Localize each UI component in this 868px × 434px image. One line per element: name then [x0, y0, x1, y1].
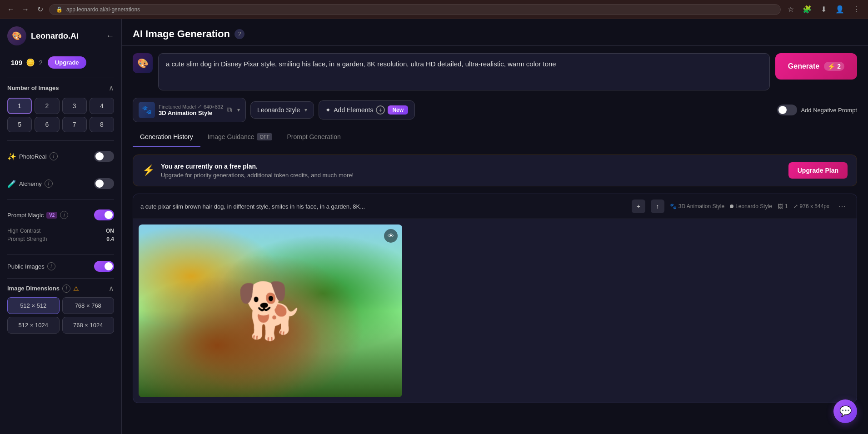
public-images-toggle[interactable] [94, 261, 114, 272]
warning-icon: ⚠ [73, 285, 79, 292]
alchemy-toggle[interactable] [94, 178, 114, 189]
number-of-images-collapse[interactable]: ∧ [109, 84, 114, 92]
model-dropdown-icon: ▾ [237, 107, 240, 113]
high-contrast-row: High Contrast ON [7, 228, 114, 234]
generation-image-1[interactable]: 🐕 👁 [139, 224, 402, 397]
image-count-5[interactable]: 5 [7, 117, 32, 132]
chat-fab-icon: 💬 [839, 405, 852, 417]
style-label: Leonardo Style [257, 106, 300, 114]
image-count-3[interactable]: 3 [62, 98, 87, 114]
number-of-images-section: Number of Images ∧ 1 2 3 4 5 6 7 8 [0, 80, 121, 139]
sparkle-icon: ✦ [325, 106, 331, 114]
address-bar[interactable]: 🔒 app.leonardo.ai/ai-generations [49, 4, 781, 15]
download-icon[interactable]: ⬇ [817, 3, 830, 16]
image-dimensions-title: Image Dimensions [7, 285, 60, 292]
image-count-grid: 1 2 3 4 [7, 98, 114, 114]
photoreal-text: PhotoReal [19, 153, 47, 160]
free-plan-banner: ⚡ You are currently on a free plan. Upgr… [133, 155, 857, 186]
app-layout: 🎨 Leonardo.Ai ← 109 🪙 ? Upgrade Number o… [0, 19, 868, 434]
bookmark-icon[interactable]: ☆ [784, 3, 797, 16]
image-dimensions-collapse[interactable]: ∧ [109, 284, 114, 293]
image-dimensions-section: Image Dimensions i ⚠ ∧ 512 × 512 768 × 7… [0, 280, 121, 337]
generation-style-name: Leonardo Style [735, 203, 772, 210]
image-dimensions-header: Image Dimensions i ⚠ ∧ [7, 284, 114, 293]
main-header: AI Image Generation ? [122, 19, 868, 46]
image-count-8[interactable]: 8 [90, 117, 114, 132]
generation-more-button[interactable]: ⋯ [835, 200, 849, 213]
image-dimensions-help[interactable]: i [62, 284, 70, 293]
extensions-icon[interactable]: 🧩 [801, 3, 813, 16]
chat-fab-button[interactable]: 💬 [833, 399, 857, 423]
prompt-input[interactable]: a cute slim dog in Disney Pixar style, s… [166, 59, 762, 83]
add-elements-button[interactable]: ✦ Add Elements + New [319, 100, 415, 120]
alchemy-text: Alchemy [19, 180, 42, 187]
browser-chrome: ← → ↻ 🔒 app.leonardo.ai/ai-generations ☆… [0, 0, 868, 19]
upgrade-plan-button[interactable]: Upgrade Plan [788, 162, 848, 179]
generate-button[interactable]: Generate ⚡ 2 [775, 53, 857, 80]
tab-prompt-generation-label: Prompt Generation [287, 133, 340, 140]
menu-icon[interactable]: ⋮ [850, 3, 863, 16]
image-count-1[interactable]: 1 [7, 98, 32, 114]
main-help-button[interactable]: ? [234, 29, 244, 39]
banner-text: You are currently on a free plan. Upgrad… [161, 163, 782, 179]
browser-right-icons: ☆ 🧩 ⬇ 👤 ⋮ [784, 3, 863, 16]
forward-button[interactable]: → [20, 4, 31, 15]
back-button[interactable]: ← [5, 4, 16, 15]
divider-3 [7, 199, 114, 200]
image-count-6[interactable]: 6 [35, 117, 59, 132]
divider-5 [7, 278, 114, 279]
tabs-bar: Generation History Image Guidance OFF Pr… [122, 128, 868, 147]
dimensions-icon: ⤢ [793, 203, 798, 210]
model-meta-icon: 🐾 [670, 203, 677, 210]
resize-icon: ⤢ [198, 104, 202, 110]
eye-icon[interactable]: 👁 [384, 229, 398, 243]
style-dropdown-icon: ▾ [304, 107, 307, 113]
image-count-4[interactable]: 4 [90, 98, 114, 114]
dim-768x1024[interactable]: 768 × 1024 [62, 317, 115, 334]
photoreal-help[interactable]: i [50, 152, 58, 160]
upgrade-button[interactable]: Upgrade [48, 56, 86, 69]
model-selector[interactable]: 🐾 Finetuned Model ⤢ 640×832 3D Animation… [133, 98, 246, 122]
prompt-area: 🎨 a cute slim dog in Disney Pixar style,… [122, 46, 868, 98]
image-count-2[interactable]: 2 [35, 98, 59, 114]
logo-avatar: 🎨 [7, 26, 26, 45]
dim-512x1024[interactable]: 512 × 1024 [7, 317, 60, 334]
public-images-text: Public Images [7, 263, 45, 270]
model-size-text: 640×832 [204, 104, 223, 110]
negative-prompt-toggle[interactable] [777, 105, 797, 115]
divider-2 [7, 140, 114, 141]
prompt-magic-toggle[interactable] [94, 210, 114, 220]
tab-generation-history[interactable]: Generation History [133, 128, 200, 147]
sidebar-collapse-button[interactable]: ← [106, 31, 114, 41]
prompt-magic-row: Prompt Magic V2 i [7, 205, 114, 225]
model-tag-text: Finetuned Model [159, 104, 196, 110]
new-badge: New [388, 105, 408, 115]
alchemy-help[interactable]: i [45, 180, 53, 188]
generation-style-meta: Leonardo Style [730, 203, 772, 210]
image-count-7[interactable]: 7 [62, 117, 87, 132]
generate-count-badge: ⚡ 2 [824, 62, 844, 71]
refresh-button[interactable]: ↻ [35, 4, 45, 15]
add-elements-plus-icon: + [376, 105, 385, 115]
lock-icon: 🔒 [56, 6, 63, 13]
prompt-magic-section: Prompt Magic V2 i High Contrast ON Promp… [0, 201, 121, 252]
prompt-magic-help[interactable]: i [60, 211, 68, 219]
profile-icon[interactable]: 👤 [833, 3, 846, 16]
credits-help-button[interactable]: ? [39, 59, 42, 66]
style-selector[interactable]: Leonardo Style ▾ [250, 101, 314, 119]
photoreal-toggle[interactable] [94, 151, 114, 162]
dim-768x768[interactable]: 768 × 768 [62, 297, 115, 314]
tab-image-guidance-label: Image Guidance [208, 133, 254, 140]
generation-reuse-button[interactable]: ↑ [651, 200, 664, 213]
banner-description: Upgrade for priority generations, additi… [161, 172, 782, 179]
dim-512x512[interactable]: 512 × 512 [7, 297, 60, 314]
url-text: app.leonardo.ai/ai-generations [66, 6, 140, 13]
generation-add-button[interactable]: + [632, 200, 645, 213]
generation-dimensions-meta: ⤢ 976 x 544px [793, 203, 829, 210]
public-images-help[interactable]: i [47, 262, 55, 270]
tab-image-guidance[interactable]: Image Guidance OFF [200, 128, 280, 147]
tab-prompt-generation[interactable]: Prompt Generation [279, 128, 348, 147]
high-contrast-value: ON [106, 228, 114, 234]
prompt-strength-value: 0.4 [106, 236, 114, 242]
logo-text: Leonardo.Ai [31, 31, 79, 41]
